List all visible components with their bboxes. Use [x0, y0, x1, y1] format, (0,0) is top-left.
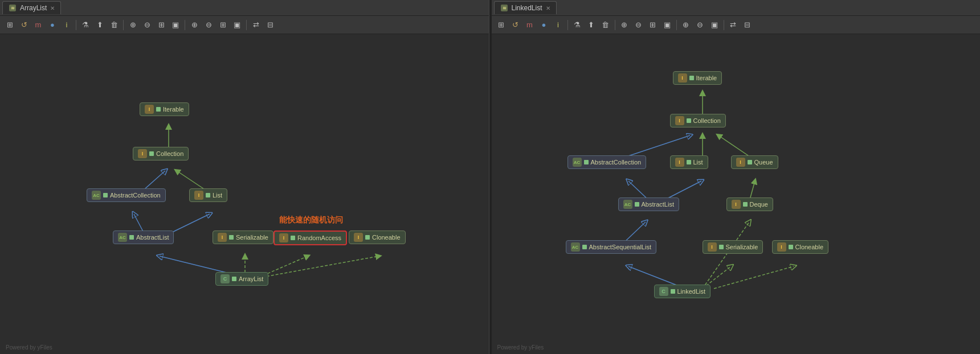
toolbar-right-btn-1[interactable]: ⊞ — [495, 19, 508, 31]
node-cloneable[interactable]: I Cloneable — [349, 230, 406, 244]
toolbar-btn-export4[interactable]: ▣ — [231, 19, 243, 31]
dot-collection2 — [687, 118, 691, 123]
dot-serializable — [229, 235, 234, 240]
toolbar-right-fit[interactable]: ⊞ — [647, 19, 659, 31]
toolbar-btn-export3[interactable]: ⊞ — [217, 19, 229, 31]
toolbar-right-more[interactable]: ⊟ — [741, 19, 754, 31]
dot-randomaccess — [291, 236, 295, 240]
tab-linkedlist[interactable]: ≋ LinkedList ✕ — [494, 1, 557, 14]
toolbar-right-export2[interactable]: ⊖ — [694, 19, 707, 31]
toolbar-right-filter[interactable]: ⚗ — [571, 19, 583, 31]
node-abstractlist2[interactable]: AC AbstractList — [618, 197, 679, 211]
svg-line-10 — [262, 256, 379, 277]
class-diagram-icon: ≋ — [9, 4, 17, 12]
sep-r3 — [676, 20, 677, 30]
diagram-area-right[interactable]: I Iterable I Collection AC AbstractColle… — [492, 34, 981, 354]
node-arraylist[interactable]: C ArrayList — [215, 272, 268, 286]
node-deque[interactable]: I Deque — [726, 197, 773, 211]
sep-r1 — [567, 20, 568, 30]
toolbar-btn-zoom-out[interactable]: ⊖ — [141, 19, 153, 31]
svg-line-23 — [714, 266, 794, 289]
toolbar-right-export1[interactable]: ⊕ — [680, 19, 692, 31]
toolbar-btn-zoom-in[interactable]: ⊕ — [126, 19, 139, 31]
node-list2-label: List — [693, 159, 703, 166]
node-iterable[interactable]: I Iterable — [140, 102, 189, 116]
arrows-svg-right — [492, 34, 981, 354]
toolbar-right-grid[interactable]: ▣ — [661, 19, 673, 31]
diagram-area-left[interactable]: I Iterable I Collection AC AbstractColle… — [0, 34, 489, 354]
node-abstractlist[interactable]: AC AbstractList — [113, 230, 174, 244]
footer-right: Powered by yFiles — [497, 344, 544, 351]
node-abstractcollection2[interactable]: AC AbstractCollection — [567, 155, 647, 169]
toolbar-btn-export2[interactable]: ⊖ — [202, 19, 215, 31]
toolbar-right-zoom-in[interactable]: ⊕ — [618, 19, 631, 31]
toolbar-right-zoom-out[interactable]: ⊖ — [632, 19, 645, 31]
toolbar-btn-more[interactable]: ⊟ — [264, 19, 276, 31]
class-diagram-icon-right: ≋ — [500, 4, 508, 12]
node-collection[interactable]: I Collection — [133, 147, 189, 160]
badge-abstractlist: AC — [118, 233, 127, 242]
toolbar-btn-3[interactable]: m — [32, 19, 44, 31]
node-queue[interactable]: I Queue — [731, 155, 778, 169]
toolbar-btn-2[interactable]: ↺ — [18, 19, 30, 31]
toolbar-left: ⊞ ↺ m ● i ⚗ ⬆ 🗑 ⊕ ⊖ ⊞ ▣ ⊕ ⊖ ⊞ ▣ ⇄ ⊟ — [0, 16, 489, 34]
tab-arraylist[interactable]: ≋ ArrayList ✕ — [2, 1, 61, 14]
toolbar-btn-layout[interactable]: ⬆ — [93, 19, 106, 31]
close-arraylist-tab[interactable]: ✕ — [50, 5, 55, 11]
node-cloneable2-label: Cloneable — [795, 244, 824, 250]
node-randomaccess[interactable]: I RandomAccess — [273, 230, 347, 245]
badge-serializable: I — [218, 233, 227, 242]
node-cloneable2[interactable]: I Cloneable — [772, 240, 829, 254]
badge-abstractcollection: AC — [92, 191, 101, 200]
toolbar-btn-filter[interactable]: ⚗ — [79, 19, 92, 31]
node-iterable2[interactable]: I Iterable — [673, 71, 722, 85]
node-serializable2-label: Serializable — [726, 244, 758, 250]
toolbar-btn-arrange[interactable]: 🗑 — [108, 19, 120, 31]
node-abstractcollection2-label: AbstractCollection — [591, 159, 642, 166]
node-serializable[interactable]: I Serializable — [213, 230, 273, 244]
toolbar-btn-5[interactable]: i — [60, 19, 73, 31]
node-serializable-label: Serializable — [236, 234, 268, 241]
toolbar-right-export3[interactable]: ▣ — [708, 19, 721, 31]
dot-abstractsequentiallist — [582, 245, 587, 249]
badge-cloneable: I — [354, 233, 363, 242]
tab-arraylist-label: ArrayList — [20, 4, 47, 12]
tab-bar-left: ≋ ArrayList ✕ — [0, 0, 489, 16]
node-list2[interactable]: I List — [670, 155, 708, 169]
node-serializable2[interactable]: I Serializable — [703, 240, 763, 254]
toolbar-right: ⊞ ↺ m ● i ⚗ ⬆ 🗑 ⊕ ⊖ ⊞ ▣ ⊕ ⊖ ▣ ⇄ ⊟ — [492, 16, 981, 34]
dot-list — [206, 193, 210, 197]
node-collection2-label: Collection — [693, 117, 721, 124]
node-iterable2-label: Iterable — [696, 75, 717, 81]
close-linkedlist-tab[interactable]: ✕ — [546, 5, 550, 11]
dot-collection — [149, 151, 154, 156]
annotation-text: 能快速的随机访问 — [279, 215, 343, 225]
node-linkedlist[interactable]: C LinkedList — [654, 285, 711, 298]
toolbar-right-btn-5[interactable]: i — [552, 19, 565, 31]
toolbar-btn-4[interactable]: ● — [46, 19, 59, 31]
badge-randomaccess: I — [279, 233, 288, 242]
node-abstractcollection[interactable]: AC AbstractCollection — [87, 188, 166, 202]
toolbar-right-swap[interactable]: ⇄ — [727, 19, 740, 31]
toolbar-btn-export1[interactable]: ⊕ — [188, 19, 201, 31]
toolbar-btn-fit[interactable]: ⊞ — [155, 19, 168, 31]
node-abstractsequentiallist[interactable]: AC AbstractSequentialList — [566, 240, 656, 254]
tab-linkedlist-label: LinkedList — [512, 4, 542, 12]
node-collection2[interactable]: I Collection — [670, 114, 726, 127]
node-collection-label: Collection — [156, 150, 183, 157]
badge-abstractsequentiallist: AC — [571, 242, 580, 252]
toolbar-right-btn-4[interactable]: ● — [538, 19, 550, 31]
panel-linkedlist: ≋ LinkedList ✕ ⊞ ↺ m ● i ⚗ ⬆ 🗑 ⊕ ⊖ ⊞ ▣ ⊕… — [492, 0, 981, 354]
footer-left: Powered by yFiles — [6, 344, 52, 351]
toolbar-btn-swap[interactable]: ⇄ — [250, 19, 262, 31]
toolbar-right-btn-2[interactable]: ↺ — [509, 19, 522, 31]
sep-4 — [246, 20, 247, 30]
dot-cloneable2 — [789, 245, 793, 249]
toolbar-right-layout[interactable]: ⬆ — [585, 19, 598, 31]
toolbar-btn-1[interactable]: ⊞ — [3, 19, 16, 31]
toolbar-right-arrange[interactable]: 🗑 — [599, 19, 612, 31]
node-list[interactable]: I List — [189, 188, 227, 202]
toolbar-btn-grid[interactable]: ▣ — [169, 19, 182, 31]
badge-arraylist: C — [220, 274, 230, 283]
toolbar-right-btn-3[interactable]: m — [524, 19, 536, 31]
